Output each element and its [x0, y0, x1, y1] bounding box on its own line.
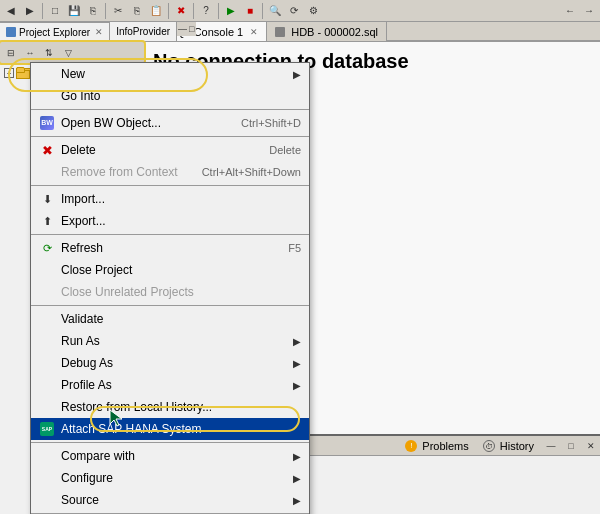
refresh-icon: ⟳	[39, 240, 55, 256]
go-into-icon	[39, 88, 55, 104]
sort-button[interactable]: ⇅	[40, 44, 58, 62]
stop-button[interactable]: ■	[241, 2, 259, 20]
close-project-label: Close Project	[61, 263, 301, 277]
menu-item-run-as[interactable]: Run As ▶	[31, 330, 309, 352]
open-bw-shortcut: Ctrl+Shift+D	[241, 117, 301, 129]
history-tab[interactable]: ⏱ History	[477, 438, 540, 454]
source-icon	[39, 492, 55, 508]
menu-item-refresh[interactable]: ⟳ Refresh F5	[31, 237, 309, 259]
menu-item-delete[interactable]: ✖ Delete Delete	[31, 139, 309, 161]
search-button[interactable]: 🔍	[266, 2, 284, 20]
profile-as-icon	[39, 377, 55, 393]
menu-item-profile-as[interactable]: Profile As ▶	[31, 374, 309, 396]
refresh-shortcut: F5	[288, 242, 301, 254]
menu-item-import[interactable]: ⬇ Import...	[31, 188, 309, 210]
new-button[interactable]: □	[46, 2, 64, 20]
delete-button[interactable]: ✖	[172, 2, 190, 20]
cursor-arrow	[108, 408, 128, 428]
close-unrelated-icon	[39, 284, 55, 300]
right-panel-tabs: SQL Console 1 ✕ HDB - 000002.sql	[145, 22, 600, 42]
debug-as-label: Debug As	[61, 356, 289, 370]
project-explorer-close[interactable]: ✕	[95, 27, 103, 37]
refresh-label: Refresh	[61, 241, 288, 255]
open-bw-label: Open BW Object...	[61, 116, 241, 130]
bottom-maximize-button[interactable]: □	[562, 437, 580, 455]
nav-forward-button[interactable]: →	[580, 2, 598, 20]
settings-button[interactable]: ⚙	[304, 2, 322, 20]
sql-console-close[interactable]: ✕	[250, 27, 258, 37]
menu-sep-1	[31, 109, 309, 110]
close-project-icon	[39, 262, 55, 278]
run-button[interactable]: ▶	[222, 2, 240, 20]
debug-as-arrow: ▶	[293, 358, 301, 369]
toolbar-sep-3	[168, 3, 169, 19]
tree-expand-icon[interactable]: +	[4, 68, 14, 78]
copy-button[interactable]: ⎘	[128, 2, 146, 20]
profile-as-arrow: ▶	[293, 380, 301, 391]
minimize-left-button[interactable]: —	[177, 22, 188, 36]
restore-history-label: Restore from Local History...	[61, 400, 301, 414]
project-explorer-tab[interactable]: Project Explorer ✕	[0, 22, 110, 41]
toolbar-sep-5	[218, 3, 219, 19]
menu-item-close-unrelated: Close Unrelated Projects	[31, 281, 309, 303]
nav-back-button[interactable]: ←	[561, 2, 579, 20]
main-toolbar: ◀ ▶ □ 💾 ⎘ ✂ ⎘ 📋 ✖ ? ▶ ■ 🔍 ⟳ ⚙ ← →	[0, 0, 600, 22]
help-button[interactable]: ?	[197, 2, 215, 20]
maximize-left-button[interactable]: □	[188, 22, 195, 36]
problems-label: Problems	[422, 440, 468, 452]
menu-item-export[interactable]: ⬆ Export...	[31, 210, 309, 232]
project-explorer-label: Project Explorer	[19, 27, 90, 38]
menu-item-validate[interactable]: Validate	[31, 308, 309, 330]
validate-label: Validate	[61, 312, 301, 326]
filter-button[interactable]: ▽	[59, 44, 77, 62]
delete-shortcut: Delete	[269, 144, 301, 156]
restore-history-icon	[39, 399, 55, 415]
menu-item-configure[interactable]: Configure ▶	[31, 467, 309, 489]
compare-with-label: Compare with	[61, 449, 289, 463]
hdb-sql-tab[interactable]: HDB - 000002.sql	[267, 22, 387, 41]
link-editor-button[interactable]: ↔	[21, 44, 39, 62]
validate-icon	[39, 311, 55, 327]
menu-item-attach-sap[interactable]: SAP Attach SAP HANA System	[31, 418, 309, 440]
left-panel-tabs: Project Explorer ✕ InfoProvider — □	[0, 22, 144, 42]
collapse-all-button[interactable]: ⊟	[2, 44, 20, 62]
menu-sep-3	[31, 185, 309, 186]
menu-sep-2	[31, 136, 309, 137]
hdb-sql-label: HDB - 000002.sql	[291, 26, 378, 38]
back-button[interactable]: ◀	[2, 2, 20, 20]
source-arrow: ▶	[293, 495, 301, 506]
bottom-close-button[interactable]: ✕	[582, 437, 600, 455]
debug-as-icon	[39, 355, 55, 371]
open-bw-icon: BW	[39, 115, 55, 131]
new-arrow: ▶	[293, 69, 301, 80]
paste-button[interactable]: 📋	[147, 2, 165, 20]
bottom-minimize-button[interactable]: —	[542, 437, 560, 455]
tree-folder-icon	[16, 67, 30, 79]
problems-tab[interactable]: ! Problems	[399, 438, 474, 454]
menu-item-compare-with[interactable]: Compare with ▶	[31, 445, 309, 467]
configure-icon	[39, 470, 55, 486]
panel-toolbar: ⊟ ↔ ⇅ ▽	[0, 42, 144, 64]
forward-button[interactable]: ▶	[21, 2, 39, 20]
infoprovider-tab[interactable]: InfoProvider	[110, 22, 177, 41]
save-button[interactable]: 💾	[65, 2, 83, 20]
infoprovider-label: InfoProvider	[116, 26, 170, 37]
menu-item-restore-history[interactable]: Restore from Local History...	[31, 396, 309, 418]
toolbar-sep-2	[105, 3, 106, 19]
refresh-button[interactable]: ⟳	[285, 2, 303, 20]
attach-sap-icon: SAP	[39, 421, 55, 437]
menu-item-go-into[interactable]: Go Into	[31, 85, 309, 107]
menu-item-close-project[interactable]: Close Project	[31, 259, 309, 281]
menu-item-open-bw[interactable]: BW Open BW Object... Ctrl+Shift+D	[31, 112, 309, 134]
new-label: New	[61, 67, 289, 81]
source-label: Source	[61, 493, 289, 507]
menu-item-source[interactable]: Source ▶	[31, 489, 309, 511]
menu-item-debug-as[interactable]: Debug As ▶	[31, 352, 309, 374]
menu-item-new[interactable]: New ▶	[31, 63, 309, 85]
configure-label: Configure	[61, 471, 289, 485]
svg-marker-0	[110, 410, 122, 426]
menu-item-remove-context: Remove from Context Ctrl+Alt+Shift+Down	[31, 161, 309, 183]
save-all-button[interactable]: ⎘	[84, 2, 102, 20]
remove-context-label: Remove from Context	[61, 165, 202, 179]
cut-button[interactable]: ✂	[109, 2, 127, 20]
